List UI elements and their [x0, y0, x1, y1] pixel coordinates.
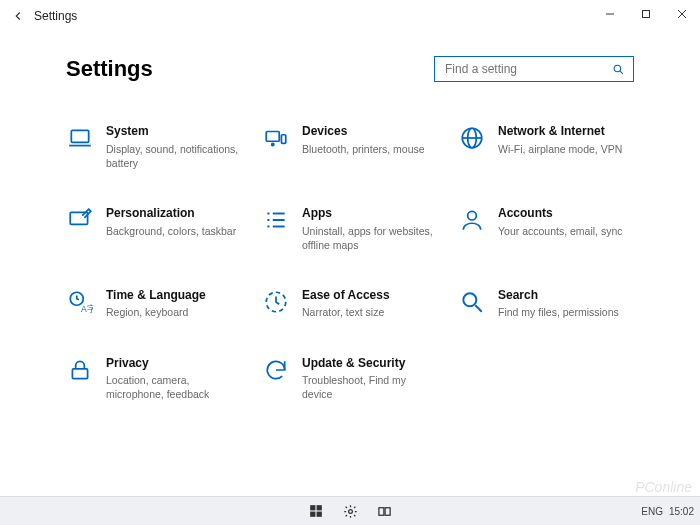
tray-time: 15:02 — [669, 506, 694, 517]
tile-ease-of-access[interactable]: Ease of AccessNarrator, text size — [262, 288, 438, 320]
tile-title: System — [106, 124, 242, 140]
tile-desc: Background, colors, taskbar — [106, 224, 236, 238]
title-bar: Settings — [0, 0, 700, 32]
svg-rect-8 — [266, 132, 279, 142]
svg-point-21 — [468, 211, 477, 220]
svg-rect-29 — [317, 505, 322, 510]
tile-title: Devices — [302, 124, 425, 140]
tile-time-language[interactable]: A字 Time & LanguageRegion, keyboard — [66, 288, 242, 320]
svg-rect-9 — [281, 135, 285, 144]
gear-icon[interactable] — [342, 503, 358, 519]
back-button[interactable] — [8, 6, 28, 26]
taskview-icon[interactable] — [376, 503, 392, 519]
tile-privacy[interactable]: PrivacyLocation, camera, microphone, fee… — [66, 356, 242, 402]
ease-icon — [262, 288, 290, 316]
tray-lang[interactable]: ENG — [641, 506, 663, 517]
start-icon[interactable] — [308, 503, 324, 519]
tile-desc: Region, keyboard — [106, 305, 206, 319]
tile-desc: Troubleshoot, Find my device — [302, 373, 438, 401]
tile-desc: Wi-Fi, airplane mode, VPN — [498, 142, 622, 156]
tile-desc: Uninstall, apps for websites, offline ma… — [302, 224, 438, 252]
tile-title: Update & Security — [302, 356, 438, 372]
tile-desc: Bluetooth, printers, mouse — [302, 142, 425, 156]
search-box[interactable] — [434, 56, 634, 82]
system-tray[interactable]: ENG 15:02 — [641, 497, 694, 525]
svg-line-5 — [620, 70, 623, 73]
svg-point-10 — [272, 143, 274, 145]
tile-title: Search — [498, 288, 619, 304]
search-icon — [612, 63, 625, 76]
svg-rect-33 — [378, 507, 383, 515]
tile-update-security[interactable]: Update & SecurityTroubleshoot, Find my d… — [262, 356, 438, 402]
tile-system[interactable]: SystemDisplay, sound, notifications, bat… — [66, 124, 242, 170]
tile-desc: Display, sound, notifications, battery — [106, 142, 242, 170]
svg-text:A字: A字 — [81, 304, 93, 314]
paint-icon — [66, 206, 94, 234]
person-icon — [458, 206, 486, 234]
tile-title: Personalization — [106, 206, 236, 222]
tile-title: Privacy — [106, 356, 242, 372]
taskbar[interactable] — [0, 496, 700, 525]
svg-line-26 — [475, 305, 482, 312]
tile-accounts[interactable]: AccountsYour accounts, email, sync — [458, 206, 634, 252]
tile-title: Accounts — [498, 206, 623, 222]
svg-rect-28 — [310, 505, 315, 510]
maximize-button[interactable] — [628, 0, 664, 28]
apps-icon — [262, 206, 290, 234]
devices-icon — [262, 124, 290, 152]
svg-point-4 — [614, 65, 621, 72]
tile-apps[interactable]: AppsUninstall, apps for websites, offlin… — [262, 206, 438, 252]
svg-rect-27 — [72, 369, 87, 379]
settings-grid: SystemDisplay, sound, notifications, bat… — [66, 124, 634, 402]
svg-rect-1 — [643, 11, 650, 18]
time-language-icon: A字 — [66, 288, 94, 316]
sync-icon — [262, 356, 290, 384]
svg-rect-31 — [317, 512, 322, 517]
tile-network[interactable]: Network & InternetWi-Fi, airplane mode, … — [458, 124, 634, 170]
tile-desc: Location, camera, microphone, feedback — [106, 373, 242, 401]
watermark: PConline — [635, 479, 692, 495]
close-button[interactable] — [664, 0, 700, 28]
laptop-icon — [66, 124, 94, 152]
page-title: Settings — [66, 56, 153, 82]
svg-rect-30 — [310, 512, 315, 517]
tile-title: Ease of Access — [302, 288, 390, 304]
tile-search[interactable]: SearchFind my files, permissions — [458, 288, 634, 320]
tile-desc: Narrator, text size — [302, 305, 390, 319]
globe-icon — [458, 124, 486, 152]
app-title: Settings — [34, 9, 77, 23]
tile-desc: Your accounts, email, sync — [498, 224, 623, 238]
svg-rect-34 — [385, 507, 390, 515]
tile-desc: Find my files, permissions — [498, 305, 619, 319]
tile-title: Network & Internet — [498, 124, 622, 140]
lock-icon — [66, 356, 94, 384]
tile-devices[interactable]: DevicesBluetooth, printers, mouse — [262, 124, 438, 170]
magnifier-icon — [458, 288, 486, 316]
search-input[interactable] — [443, 61, 612, 77]
svg-point-25 — [463, 293, 476, 306]
tile-personalization[interactable]: PersonalizationBackground, colors, taskb… — [66, 206, 242, 252]
svg-rect-6 — [71, 130, 88, 142]
minimize-button[interactable] — [592, 0, 628, 28]
tile-title: Time & Language — [106, 288, 206, 304]
tile-title: Apps — [302, 206, 438, 222]
svg-point-32 — [348, 509, 352, 513]
